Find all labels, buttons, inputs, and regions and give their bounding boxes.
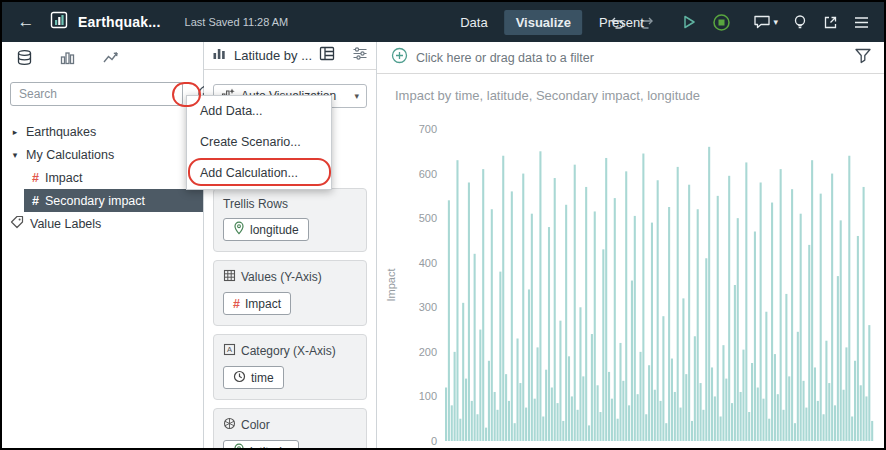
y-tick-label: 0 <box>395 434 437 448</box>
stop-icon[interactable] <box>712 13 731 32</box>
data-panel-tabs <box>2 42 203 76</box>
filter-prompt[interactable]: Click here or drag data to a filter <box>416 51 846 65</box>
tree-item-my-calculations[interactable]: ▾ My Calculations <box>2 143 203 166</box>
section-label: Trellis Rows <box>223 197 357 211</box>
values-grid-icon <box>223 269 236 285</box>
svg-text:A: A <box>227 346 232 355</box>
field-chip-impact[interactable]: # Impact <box>223 292 291 315</box>
measure-hash-icon: # <box>32 194 39 208</box>
visualization[interactable]: Impact by time, latitude, Secondary impa… <box>377 74 884 448</box>
y-tick-label: 200 <box>395 345 437 359</box>
section-values-y-axis: Values (Y-Axis) # Impact <box>213 260 367 326</box>
canvas-area: Click here or drag data to a filter Impa… <box>377 42 884 448</box>
section-category-x-axis: A Category (X-Axis) time <box>213 334 367 400</box>
tree-item-earthquakes[interactable]: ▸ Earthquakes <box>2 120 203 143</box>
bar-series <box>445 129 874 441</box>
section-label: A Category (X-Axis) <box>223 343 357 359</box>
field-chip-latitude[interactable]: latitude <box>223 440 299 448</box>
data-panel: ▸ Earthquakes ▾ My Calculations # Impact… <box>2 42 204 448</box>
y-tick-label: 400 <box>395 256 437 270</box>
top-bar: ← Earthquak... Last Saved 11:28 AM Data … <box>2 2 884 42</box>
tree-item-secondary-impact[interactable]: # Secondary impact <box>24 189 203 212</box>
field-chip-longitude[interactable]: longitude <box>223 218 309 241</box>
workbook-logo-icon <box>50 11 68 33</box>
plot-area[interactable] <box>445 129 874 441</box>
tree-item-label: Earthquakes <box>26 125 96 139</box>
section-trellis-rows: Trellis Rows longitude <box>213 188 367 252</box>
location-pin-icon <box>233 443 245 448</box>
tab-visualize[interactable]: Visualize <box>505 10 582 35</box>
workspace: ▸ Earthquakes ▾ My Calculations # Impact… <box>2 42 884 448</box>
add-filter-icon[interactable] <box>391 47 408 68</box>
color-icon <box>223 417 236 433</box>
tree-item-label: Secondary impact <box>45 194 145 208</box>
app-window: ← Earthquak... Last Saved 11:28 AM Data … <box>0 0 886 450</box>
measure-hash-icon: # <box>233 297 240 311</box>
viz-header: Latitude by ... <box>204 42 376 70</box>
tree-item-impact[interactable]: # Impact <box>2 166 203 189</box>
chart-title: Impact by time, latitude, Secondary impa… <box>395 88 700 103</box>
comment-icon[interactable]: ▾ <box>753 14 778 30</box>
field-chip-time[interactable]: time <box>223 366 284 389</box>
y-tick-label: 100 <box>395 389 437 403</box>
tab-present[interactable]: Present <box>588 10 655 35</box>
context-menu: Add Data... Create Scenario... Add Calcu… <box>186 95 332 190</box>
lightbulb-icon[interactable] <box>792 14 808 31</box>
tag-icon <box>10 215 24 232</box>
visualizations-tab-icon[interactable] <box>59 49 76 70</box>
y-tick-label: 700 <box>395 122 437 136</box>
y-tick-label: 600 <box>395 167 437 181</box>
grammar-sections: Trellis Rows longitude Values ( <box>204 188 376 448</box>
tree-item-value-labels[interactable]: Value Labels <box>2 212 203 235</box>
last-saved-text: Last Saved 11:28 AM <box>185 16 289 28</box>
menu-item-add-data[interactable]: Add Data... <box>187 96 331 127</box>
tab-data[interactable]: Data <box>449 10 498 35</box>
section-label: Values (Y-Axis) <box>223 269 357 285</box>
bar-chart-icon <box>212 46 227 65</box>
expanded-caret-icon[interactable]: ▾ <box>10 150 20 160</box>
tree-item-label: My Calculations <box>26 148 114 162</box>
grammar-view-icon[interactable] <box>319 46 335 65</box>
measure-hash-icon: # <box>32 171 39 185</box>
settings-sliders-icon[interactable] <box>352 46 368 65</box>
menu-icon[interactable] <box>853 15 870 30</box>
y-tick-label: 300 <box>395 300 437 314</box>
search-input[interactable] <box>10 82 183 106</box>
play-icon[interactable] <box>680 13 698 31</box>
filter-funnel-icon[interactable] <box>854 47 872 68</box>
section-label: Color <box>223 417 357 433</box>
attribute-a-icon: A <box>223 343 236 359</box>
open-window-icon[interactable] <box>822 14 839 31</box>
menu-item-add-calculation[interactable]: Add Calculation... <box>187 158 331 189</box>
header-mode-tabs: Data Visualize Present <box>449 10 655 35</box>
collapsed-caret-icon[interactable]: ▸ <box>10 127 20 137</box>
location-pin-icon <box>233 221 245 238</box>
comment-dropdown-caret-icon[interactable]: ▾ <box>773 17 778 27</box>
workbook-title: Earthquak... <box>78 14 161 30</box>
y-axis-ticks: 7006005004003002001000 <box>395 122 437 448</box>
tree-item-label: Impact <box>45 171 83 185</box>
header-left: ← Earthquak... Last Saved 11:28 AM <box>2 8 288 36</box>
filter-bar[interactable]: Click here or drag data to a filter <box>377 42 884 74</box>
tree-item-label: Value Labels <box>30 217 101 231</box>
clock-icon <box>233 370 246 386</box>
y-tick-label: 500 <box>395 211 437 225</box>
chevron-down-icon: ▾ <box>354 91 359 101</box>
back-button[interactable]: ← <box>12 8 40 36</box>
section-color: Color latitude <box>213 408 367 448</box>
search-row <box>2 76 203 112</box>
analytics-tab-icon[interactable] <box>102 50 120 69</box>
viz-title[interactable]: Latitude by ... <box>234 48 312 63</box>
data-tab-icon[interactable] <box>16 49 33 70</box>
menu-item-create-scenario[interactable]: Create Scenario... <box>187 127 331 158</box>
data-tree: ▸ Earthquakes ▾ My Calculations # Impact… <box>2 112 203 235</box>
